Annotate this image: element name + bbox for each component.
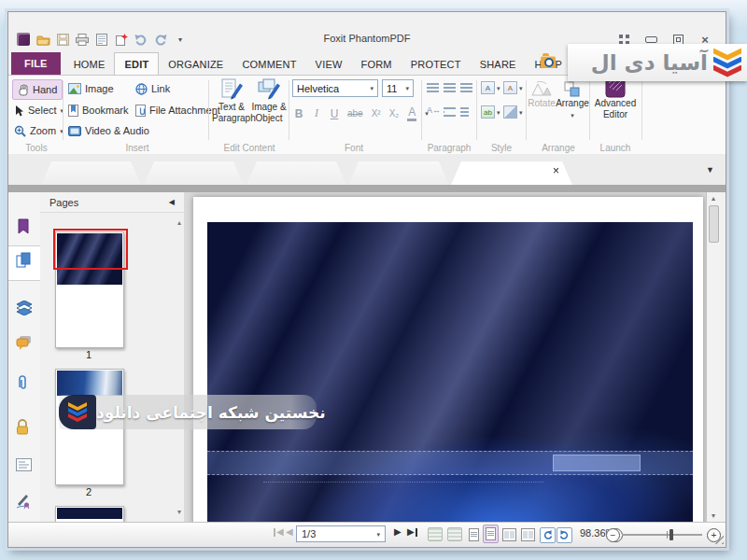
text-paragraph-button[interactable]: Text & Paragraph bbox=[212, 77, 251, 123]
font-family-combo[interactable]: Helvetica▾ bbox=[292, 79, 378, 97]
text-paragraph-icon bbox=[219, 77, 244, 102]
paragraph-spacing-icon[interactable] bbox=[460, 107, 469, 117]
security-panel-icon[interactable] bbox=[16, 419, 33, 436]
tab-file[interactable]: FILE bbox=[11, 52, 61, 75]
continuous-view-icon[interactable] bbox=[483, 525, 499, 543]
tab-edit[interactable]: EDIT bbox=[114, 52, 159, 75]
highlight-style-button[interactable]: ab▾ bbox=[481, 105, 500, 119]
scrollbar-thumb[interactable] bbox=[709, 205, 719, 243]
rotate-icon bbox=[531, 81, 552, 98]
font-size-combo[interactable]: 11▾ bbox=[382, 79, 414, 97]
hand-icon bbox=[18, 84, 29, 96]
continuous-facing-view-icon[interactable] bbox=[521, 528, 535, 541]
fill-color-button[interactable]: A▾ bbox=[503, 81, 523, 94]
watermark-banner: نخستین شبکه اجتماعی دانلود bbox=[59, 395, 317, 429]
next-view-icon[interactable] bbox=[447, 527, 462, 541]
advanced-editor-button[interactable]: Advanced Editor bbox=[593, 77, 638, 119]
navigation-rail bbox=[8, 192, 41, 522]
collapse-panel-icon[interactable]: ◀ bbox=[169, 198, 175, 206]
find-icon[interactable] bbox=[541, 56, 556, 68]
tab-comment[interactable]: COMMENT bbox=[233, 54, 305, 75]
tab-form[interactable]: FORM bbox=[352, 54, 402, 75]
object-style-button[interactable]: ▾ bbox=[503, 105, 523, 119]
select-tool-button[interactable]: Select▾ bbox=[14, 101, 63, 119]
previous-view-icon[interactable] bbox=[428, 527, 443, 541]
comments-panel-icon[interactable] bbox=[16, 335, 33, 352]
zoom-out-icon[interactable]: − bbox=[606, 528, 620, 542]
group-paragraph: A↔ Paragraph bbox=[426, 76, 472, 154]
page-3-preview bbox=[57, 508, 122, 519]
single-page-view-icon[interactable] bbox=[469, 528, 479, 541]
group-edit-content: Text & Paragraph Image & Object Edit Con… bbox=[212, 76, 287, 154]
site-logo-icon bbox=[59, 395, 96, 429]
attachments-panel-icon[interactable] bbox=[16, 375, 33, 392]
pdf-page[interactable] bbox=[193, 197, 703, 522]
superscript-button[interactable]: X² bbox=[372, 108, 381, 119]
scrollbar-down-icon[interactable]: ▾ bbox=[707, 511, 720, 520]
document-viewport[interactable]: ▴ ▾ bbox=[184, 192, 720, 522]
document-tab-2[interactable] bbox=[144, 161, 244, 185]
zoom-tool-button[interactable]: Zoom▾ bbox=[14, 121, 63, 140]
bold-button[interactable]: B bbox=[294, 107, 303, 120]
signatures-panel-icon[interactable] bbox=[16, 493, 33, 510]
image-object-button[interactable]: Image & Object bbox=[249, 77, 289, 123]
last-page-button[interactable]: ▶ bbox=[407, 527, 418, 537]
fields-panel-icon[interactable] bbox=[16, 458, 33, 475]
zoom-magnifier-icon bbox=[14, 125, 26, 137]
document-tab-4[interactable] bbox=[348, 161, 449, 185]
strikethrough-button[interactable]: abe bbox=[347, 108, 363, 119]
align-left-icon[interactable] bbox=[427, 83, 439, 92]
subscript-button[interactable]: X₂ bbox=[389, 108, 400, 119]
align-right-icon[interactable] bbox=[460, 83, 472, 92]
rotate-button[interactable]: Rotate bbox=[526, 81, 557, 109]
page-thumbnail-1[interactable] bbox=[55, 231, 124, 348]
zoom-slider-handle[interactable] bbox=[669, 529, 673, 540]
rotate-left-icon[interactable] bbox=[540, 527, 556, 543]
tab-list-dropdown-icon[interactable]: ▼ bbox=[706, 165, 714, 175]
tab-organize[interactable]: ORGANIZE bbox=[159, 54, 233, 75]
bookmarks-panel-icon[interactable] bbox=[16, 218, 33, 235]
text-style-button[interactable]: A▾ bbox=[481, 81, 500, 94]
next-page-button[interactable]: ▶ bbox=[394, 527, 402, 537]
panel-scroll-up-icon[interactable]: ▴ bbox=[177, 218, 181, 227]
vertical-scrollbar[interactable]: ▴ ▾ bbox=[706, 192, 720, 522]
facing-view-icon[interactable] bbox=[502, 528, 516, 541]
insert-link-button[interactable]: Link bbox=[135, 79, 170, 98]
page-thumbnail-3[interactable] bbox=[55, 506, 124, 522]
scrollbar-up-icon[interactable]: ▴ bbox=[707, 194, 720, 203]
pages-panel-icon[interactable] bbox=[16, 252, 33, 269]
insert-bookmark-button[interactable]: Bookmark bbox=[68, 101, 129, 119]
tab-protect[interactable]: PROTECT bbox=[402, 54, 471, 75]
line-spacing-icon[interactable] bbox=[444, 107, 456, 117]
panel-scroll-down-icon[interactable]: ▾ bbox=[177, 508, 181, 516]
zoom-slider[interactable] bbox=[622, 534, 702, 536]
layers-panel-icon[interactable] bbox=[16, 301, 33, 317]
close-tab-icon[interactable]: × bbox=[553, 165, 559, 176]
document-tab-1[interactable] bbox=[41, 161, 141, 185]
char-spacing-icon[interactable]: A↔ bbox=[427, 105, 441, 115]
tab-home[interactable]: HOME bbox=[64, 54, 115, 75]
tab-share[interactable]: SHARE bbox=[471, 54, 526, 75]
arrange-icon bbox=[564, 81, 581, 98]
italic-button[interactable]: I bbox=[312, 106, 321, 120]
arrange-button[interactable]: Arrange ▾ bbox=[556, 81, 589, 119]
current-view-box[interactable] bbox=[53, 229, 128, 270]
previous-page-button[interactable]: ◀ bbox=[286, 527, 293, 537]
hand-tool-button[interactable]: Hand bbox=[12, 79, 63, 100]
group-style: A▾ A▾ ab▾ ▾ Style bbox=[481, 76, 522, 154]
underline-button[interactable]: U bbox=[330, 107, 339, 120]
document-tab-3[interactable] bbox=[247, 161, 346, 185]
document-tab-active[interactable]: × bbox=[451, 161, 572, 185]
insert-video-audio-button[interactable]: Video & Audio bbox=[68, 121, 149, 140]
insert-image-button[interactable]: Image bbox=[68, 79, 114, 98]
rotate-right-icon[interactable] bbox=[557, 527, 572, 543]
page-number-box[interactable]: 1/3 ▾ bbox=[296, 525, 386, 542]
first-page-button[interactable]: ◀ bbox=[273, 527, 284, 537]
select-cursor-icon bbox=[14, 105, 24, 117]
app-window: ▾ Foxit PhantomPDF × FILE HOME EDIT ORGA… bbox=[7, 11, 726, 548]
tab-view[interactable]: VIEW bbox=[306, 54, 352, 75]
align-center-icon[interactable] bbox=[444, 83, 456, 92]
file-attachment-icon bbox=[135, 105, 146, 117]
page-2-number: 2 bbox=[55, 486, 122, 497]
font-color-button[interactable]: A bbox=[407, 105, 416, 121]
